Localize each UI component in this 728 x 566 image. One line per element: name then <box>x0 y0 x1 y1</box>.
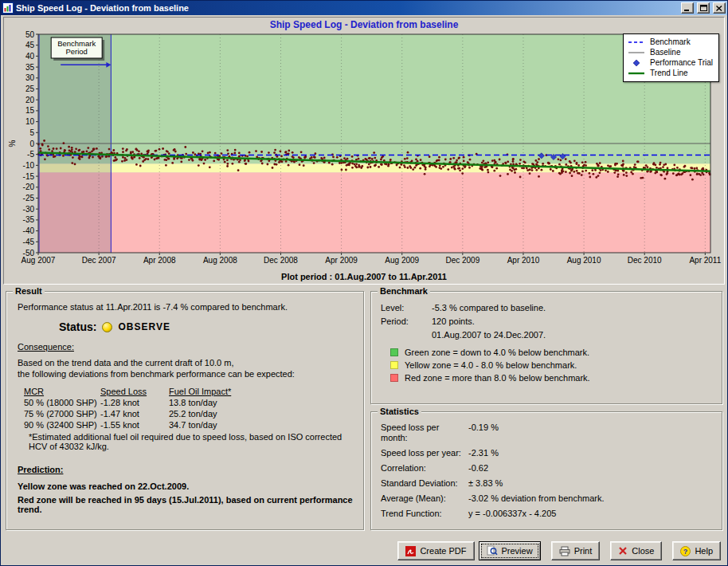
close-icon <box>716 6 722 11</box>
level-label: Level: <box>381 302 432 313</box>
close-window-button[interactable]: Close <box>610 541 662 560</box>
scatter-point <box>63 142 65 144</box>
statistic-label: Standard Deviation: <box>381 478 468 489</box>
pdf-icon <box>405 546 416 556</box>
scatter-point <box>288 164 290 167</box>
print-button[interactable]: Print <box>551 541 601 560</box>
legend-item: Baseline <box>627 47 713 57</box>
zone-color-icon <box>390 374 398 382</box>
print-label: Print <box>574 546 593 556</box>
consequence-table-header: Speed Loss <box>100 386 169 397</box>
scatter-point <box>328 162 331 164</box>
scatter-point <box>165 164 167 167</box>
x-tick-label: Apr 2009 <box>325 256 358 265</box>
scatter-point <box>209 151 211 154</box>
y-tick-label: 10 <box>25 117 35 126</box>
scatter-point <box>68 146 70 148</box>
scatter-point <box>313 162 315 164</box>
chart-legend: BenchmarkBaselinePerformance TrialTrend … <box>623 33 719 82</box>
scatter-point <box>695 167 698 170</box>
scatter-point <box>581 161 584 163</box>
scatter-point <box>569 172 571 175</box>
y-tick-label: 0 <box>29 140 34 148</box>
scatter-point <box>351 163 354 165</box>
scatter-point <box>552 170 554 172</box>
consequence-table-cell: -1.47 knot <box>100 408 169 419</box>
scatter-point <box>351 167 354 169</box>
scatter-point <box>684 165 687 167</box>
scatter-point <box>452 157 455 159</box>
scatter-point <box>276 155 279 158</box>
scatter-point <box>86 150 88 152</box>
benchmark-period-range-row: 01.Aug.2007 to 24.Dec.2007. <box>381 329 712 340</box>
footnote: *Estimated additional fuel oil required … <box>29 432 354 451</box>
scatter-point <box>463 160 465 163</box>
consequence-table-header: MCR <box>24 386 100 397</box>
preview-button[interactable]: Preview <box>479 541 541 560</box>
scatter-point <box>358 164 360 167</box>
title-bar[interactable]: Ship Speed Log - Deviation from baseline <box>1 1 727 15</box>
benchmark-level-row: Level: -5.3 % compared to baseline. <box>381 302 712 313</box>
scatter-point <box>374 157 376 159</box>
scatter-point <box>122 147 124 150</box>
benchmark-period-row: Period: 120 points. <box>381 316 712 327</box>
consequence-table-cell: -1.28 knot <box>100 397 169 408</box>
scatter-point <box>578 172 581 175</box>
minimize-button[interactable] <box>681 2 694 14</box>
close-button[interactable] <box>713 2 726 14</box>
scatter-point <box>108 148 111 151</box>
scatter-point <box>599 171 601 174</box>
scatter-point <box>676 167 679 169</box>
scatter-point <box>461 167 464 170</box>
scatter-point <box>526 169 529 171</box>
scatter-point <box>336 156 339 159</box>
consequence-line: Based on the trend data and the current … <box>18 358 354 368</box>
scatter-point <box>417 160 419 163</box>
create-pdf-button[interactable]: Create PDF <box>397 541 474 560</box>
consequence-table-cell: 13.8 ton/day <box>169 397 256 408</box>
maximize-button[interactable] <box>697 2 710 14</box>
scatter-point <box>613 171 616 174</box>
scatter-point <box>62 155 65 157</box>
scatter-point <box>621 165 624 167</box>
scatter-point <box>438 156 440 159</box>
scatter-point <box>374 164 377 167</box>
statistic-value: ± 3.83 % <box>468 478 503 489</box>
scatter-point <box>429 165 431 167</box>
scatter-point <box>690 174 692 176</box>
scatter-point <box>673 164 675 167</box>
scatter-point <box>691 179 694 181</box>
scatter-point <box>479 167 482 170</box>
scatter-point <box>125 150 127 152</box>
scatter-point <box>622 160 624 163</box>
scatter-point <box>78 149 80 151</box>
scatter-point <box>694 167 696 170</box>
x-tick-label: Apr 2010 <box>507 256 540 265</box>
help-button[interactable]: ? Help <box>672 541 721 560</box>
scatter-point <box>131 151 134 153</box>
close-label: Close <box>632 546 654 556</box>
scatter-point <box>438 159 440 162</box>
scatter-point <box>499 159 501 161</box>
scatter-point <box>131 156 133 159</box>
scatter-point <box>453 167 456 170</box>
status-label: Status: <box>59 320 96 333</box>
consequence-table-cell: -1.55 knot <box>100 419 169 430</box>
benchmark-period-label-text: Period <box>65 47 87 56</box>
scatter-point <box>512 167 515 170</box>
scatter-point <box>487 171 490 174</box>
scatter-point <box>679 174 681 176</box>
y-tick-label: -35 <box>23 215 35 224</box>
legend-swatch-icon <box>627 49 646 57</box>
period-label: Period: <box>381 316 432 327</box>
scatter-point <box>51 150 53 152</box>
scatter-point <box>139 165 142 167</box>
scatter-point <box>93 148 96 151</box>
legend-item: Trend Line <box>627 68 713 78</box>
scatter-point <box>273 151 276 154</box>
scatter-point <box>625 171 628 174</box>
scatter-point <box>583 163 585 166</box>
scatter-point <box>449 158 452 160</box>
scatter-point <box>203 163 205 165</box>
scatter-point <box>404 166 406 168</box>
